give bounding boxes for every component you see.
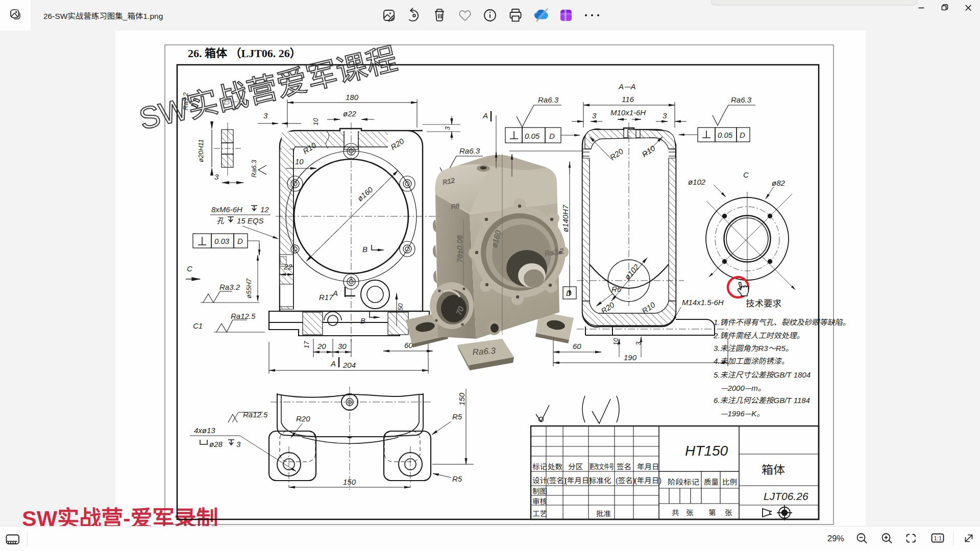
svg-text:Ra6.3: Ra6.3 — [538, 94, 559, 105]
svg-text:204: 204 — [342, 359, 356, 370]
svg-text:17: 17 — [301, 341, 311, 348]
svg-text:3: 3 — [236, 438, 241, 449]
svg-text:B: B — [360, 315, 365, 325]
svg-text:Ra6.3: Ra6.3 — [472, 343, 497, 358]
svg-text:R20: R20 — [388, 135, 406, 152]
svg-text:—2000—m。: —2000—m。 — [721, 382, 766, 393]
svg-text:10: 10 — [310, 118, 320, 126]
svg-text:(签名): (签名) — [547, 474, 567, 485]
svg-text:ø102: ø102 — [622, 261, 642, 282]
svg-text:15 EQS: 15 EQS — [237, 215, 264, 226]
svg-text:ø160: ø160 — [355, 184, 375, 203]
svg-text:张: 张 — [725, 507, 732, 517]
svg-text:78±0.06: 78±0.06 — [454, 235, 464, 263]
svg-text:C: C — [743, 169, 749, 180]
svg-text:共: 共 — [672, 507, 679, 517]
svg-text:190: 190 — [624, 352, 637, 362]
svg-text:4.未加工面涂防锈漆。: 4.未加工面涂防锈漆。 — [714, 355, 789, 366]
svg-text:更改文件号: 更改文件号 — [589, 461, 614, 471]
svg-text:—1996—K。: —1996—K。 — [721, 408, 764, 418]
svg-text:R17: R17 — [319, 291, 333, 302]
svg-text:1.铸件不得有气孔、裂纹及砂眼等缺陷。: 1.铸件不得有气孔、裂纹及砂眼等缺陷。 — [714, 316, 850, 327]
svg-text:LJT06.26: LJT06.26 — [764, 488, 808, 503]
svg-text:M10x1-6H: M10x1-6H — [610, 107, 646, 117]
svg-text:阶段标记: 阶段标记 — [668, 476, 699, 487]
svg-text:D: D — [549, 130, 555, 141]
svg-text:0.05: 0.05 — [718, 129, 733, 140]
svg-text:ø22: ø22 — [343, 108, 357, 118]
svg-text:R8: R8 — [450, 201, 460, 211]
svg-text:3: 3 — [442, 126, 452, 130]
svg-text:年月日: 年月日 — [637, 461, 659, 471]
svg-text:4xø13: 4xø13 — [194, 424, 215, 435]
svg-text:工艺: 工艺 — [532, 508, 547, 518]
svg-text:ø55H7: ø55H7 — [243, 278, 253, 298]
svg-text:C: C — [187, 263, 192, 273]
svg-text:(签名): (签名) — [616, 474, 635, 485]
svg-text:标准化: 标准化 — [589, 474, 611, 485]
svg-text:孔: 孔 — [216, 215, 225, 226]
svg-text:10: 10 — [610, 338, 620, 345]
svg-text:D: D — [237, 235, 243, 246]
svg-text:签名: 签名 — [617, 461, 631, 471]
svg-text:0.03: 0.03 — [214, 235, 230, 246]
svg-text:B: B — [362, 243, 368, 254]
svg-text:分区: 分区 — [568, 461, 583, 471]
svg-text:30: 30 — [338, 340, 347, 351]
svg-text:3: 3 — [663, 110, 667, 120]
svg-text:60: 60 — [573, 340, 581, 351]
svg-text:116: 116 — [622, 93, 634, 104]
svg-text:HT150: HT150 — [685, 439, 728, 460]
svg-text:M14x1.5-6H: M14x1.5-6H — [682, 296, 724, 307]
svg-text:技术要求: 技术要求 — [746, 296, 781, 309]
svg-text:150: 150 — [456, 392, 467, 406]
svg-text:20: 20 — [317, 340, 326, 351]
svg-text:Ra12.5: Ra12.5 — [243, 409, 268, 419]
svg-text:10: 10 — [295, 156, 304, 166]
svg-text:ø140H7: ø140H7 — [559, 205, 570, 232]
svg-text:5.未注尺寸公差按GB/T 1804: 5.未注尺寸公差按GB/T 1804 — [714, 369, 811, 380]
svg-text:ø82: ø82 — [772, 177, 786, 188]
svg-text:R5: R5 — [452, 473, 462, 484]
svg-text:22: 22 — [283, 261, 292, 271]
svg-text:ø28: ø28 — [209, 438, 223, 449]
svg-text:3: 3 — [214, 171, 219, 182]
svg-text:50: 50 — [395, 303, 405, 311]
svg-text:12: 12 — [260, 204, 269, 214]
svg-text:处数: 处数 — [548, 461, 562, 471]
svg-text:张: 张 — [686, 507, 694, 517]
svg-text:C1: C1 — [193, 320, 203, 331]
svg-text:R20: R20 — [607, 145, 625, 162]
svg-text:A—A: A—A — [618, 81, 635, 91]
svg-text:R5: R5 — [452, 411, 462, 421]
svg-text:箱体: 箱体 — [762, 460, 785, 478]
svg-text:0.05: 0.05 — [525, 130, 540, 141]
svg-text:Ra3.2: Ra3.2 — [219, 281, 240, 292]
svg-text:A: A — [332, 287, 338, 298]
svg-text:比例: 比例 — [722, 476, 737, 487]
svg-text:3.未注圆角为R3～R5。: 3.未注圆角为R3～R5。 — [714, 342, 793, 353]
svg-text:A: A — [482, 110, 488, 120]
svg-text:制图: 制图 — [532, 485, 547, 496]
svg-text:标记: 标记 — [532, 461, 547, 471]
svg-text:D: D — [740, 129, 745, 140]
svg-text:Ra6.3: Ra6.3 — [459, 145, 480, 156]
svg-text:批准: 批准 — [596, 508, 611, 518]
svg-text:A: A — [330, 358, 336, 368]
svg-text:Ra6.3: Ra6.3 — [249, 160, 258, 178]
svg-text:8xM6-6H: 8xM6-6H — [211, 204, 242, 214]
svg-text:26. 箱体 （LJT06. 26）: 26. 箱体 （LJT06. 26） — [188, 44, 301, 60]
svg-text:150: 150 — [343, 476, 356, 487]
svg-text:D: D — [566, 287, 572, 298]
svg-text:3: 3 — [592, 110, 597, 120]
svg-text:180: 180 — [346, 91, 359, 102]
svg-text:6.未注几何公差按GB/T 1184: 6.未注几何公差按GB/T 1184 — [714, 394, 810, 405]
svg-text:设计: 设计 — [532, 474, 547, 485]
svg-text:3: 3 — [263, 110, 268, 120]
svg-text:ø20H11: ø20H11 — [195, 139, 205, 162]
svg-text:(年月日): (年月日) — [634, 474, 662, 485]
svg-text:ø102: ø102 — [688, 176, 706, 187]
svg-text:Ra12.5: Ra12.5 — [231, 310, 256, 321]
svg-text:第: 第 — [708, 507, 716, 517]
svg-text:Ra6.3: Ra6.3 — [731, 94, 752, 105]
